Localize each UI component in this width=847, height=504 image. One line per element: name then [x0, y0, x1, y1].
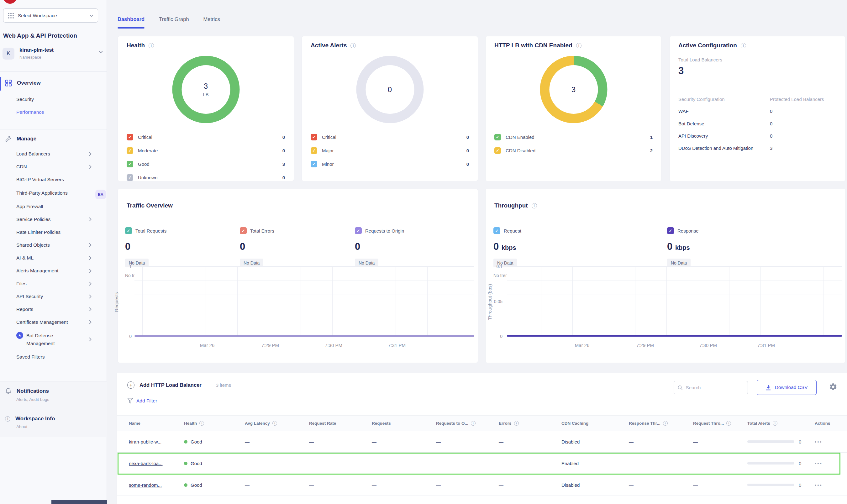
add-http-load-balancer-button[interactable]: + Add HTTP Load Balancer: [127, 381, 202, 389]
tab-metrics[interactable]: Metrics: [203, 16, 220, 29]
namespace-selector[interactable]: K kiran-plm-test Namespace: [2, 47, 103, 59]
row-actions-menu-icon[interactable]: •••: [815, 482, 823, 488]
product-title: Web App & API Protection: [3, 32, 77, 39]
info-icon[interactable]: i: [514, 421, 519, 426]
throughput-card: Throughputi ✓Request 0 kbps No Data No t…: [485, 189, 846, 363]
sidebar-item-ai-ml[interactable]: AI & ML: [16, 251, 98, 264]
sidebar-item-load-balancers[interactable]: Load Balancers: [16, 147, 98, 160]
col-cdn-caching: CDN Caching: [561, 421, 629, 426]
checkbox-cdn-disabled[interactable]: ✓: [494, 147, 501, 154]
manage-heading-label: Manage: [17, 136, 36, 142]
table-row: kiran-public-w... Good — — — — — Disable…: [117, 431, 847, 453]
app-root: Select Workspace Web App & API Protectio…: [0, 0, 847, 504]
col-avg-latency: Avg Latencyi: [245, 421, 309, 426]
lb-name-link[interactable]: kiran-public-w...: [129, 439, 161, 445]
sidebar-item-bigip-virtual-servers[interactable]: BIG-IP Virtual Servers: [16, 173, 98, 186]
sidebar-item-performance[interactable]: Performance: [16, 106, 98, 119]
sidebar-item-shared-objects[interactable]: Shared Objects: [16, 238, 98, 251]
info-icon[interactable]: i: [726, 421, 731, 426]
checkbox-major[interactable]: ✓: [311, 147, 317, 154]
sidebar-item-alerts-management[interactable]: Alerts Management: [16, 264, 98, 277]
active-alerts-donut-value: 0: [388, 85, 392, 94]
config-row-label: API Discovery: [678, 133, 708, 139]
chevron-right-icon: [89, 217, 92, 221]
cdn-donut-chart: 3: [540, 56, 607, 123]
info-icon[interactable]: i: [531, 203, 537, 209]
checkbox-critical[interactable]: ✓: [311, 134, 317, 140]
info-icon[interactable]: i: [663, 421, 668, 426]
checkbox-minor[interactable]: ✓: [311, 161, 317, 167]
sidebar-item-files[interactable]: Files: [16, 277, 98, 290]
sidebar-item-service-policies[interactable]: Service Policies: [16, 213, 98, 226]
add-filter-button[interactable]: Add Filter: [127, 398, 157, 404]
sidebar-item-bot-defense-management[interactable]: ★ Bot Defense Management: [16, 328, 98, 350]
checkbox-good[interactable]: ✓: [127, 161, 133, 167]
info-icon[interactable]: i: [471, 421, 475, 426]
lb-name-link[interactable]: nexa-bank-loa...: [129, 461, 163, 466]
wrench-icon: [5, 136, 12, 142]
protected-lb-column: Protected Load Balancers: [770, 96, 824, 102]
sidebar-item-saved-filters[interactable]: Saved Filters: [16, 350, 98, 363]
chevron-right-icon: [89, 294, 92, 299]
sidebar-item-reports[interactable]: Reports: [16, 303, 98, 316]
checkbox-response[interactable]: ✓: [667, 227, 674, 234]
sidebar-item-api-security[interactable]: API Security: [16, 290, 98, 303]
col-request-rate: Request Rate: [309, 421, 372, 426]
alerts-progress-bar: [747, 462, 794, 465]
workspace-selector[interactable]: Select Workspace: [3, 8, 98, 22]
info-icon[interactable]: i: [773, 421, 777, 426]
info-icon[interactable]: i: [199, 421, 204, 426]
checkbox-requests-to-origin[interactable]: ✓: [355, 227, 362, 234]
chevron-right-icon: [89, 243, 92, 247]
health-card: Healthi 3LB ✓Critical0 ✓Moderate0 ✓Good3…: [118, 36, 294, 181]
info-icon[interactable]: i: [576, 43, 581, 48]
info-icon[interactable]: i: [741, 43, 746, 48]
lb-name-link[interactable]: some-random...: [129, 482, 162, 488]
chevron-right-icon: [89, 152, 92, 156]
info-icon[interactable]: i: [272, 421, 277, 426]
sidebar-item-security[interactable]: Security: [16, 93, 98, 106]
tab-dashboard[interactable]: Dashboard: [118, 16, 145, 29]
row-actions-menu-icon[interactable]: •••: [815, 461, 823, 466]
tab-traffic-graph[interactable]: Traffic Graph: [159, 16, 189, 29]
table-settings-gear-icon[interactable]: [829, 383, 837, 391]
cdn-enabled-card: HTTP LB with CDN Enabledi 3 ✓CDN Enabled…: [485, 36, 662, 181]
checkbox-total-requests[interactable]: ✓: [125, 227, 132, 234]
checkbox-moderate[interactable]: ✓: [127, 147, 133, 154]
download-csv-button[interactable]: Download CSV: [757, 380, 816, 395]
x-tick: Mar 26: [200, 343, 215, 348]
traffic-overview-card: Traffic Overview ✓Total Requests 0 No Da…: [118, 189, 478, 363]
sidebar-section-workspace-info[interactable]: i Workspace Info About: [0, 409, 107, 437]
search-icon: [678, 385, 683, 391]
row-actions-menu-icon[interactable]: •••: [815, 439, 823, 445]
search-input[interactable]: [686, 385, 744, 390]
x-tick: 7:30 PM: [699, 343, 717, 348]
chevron-right-icon: [89, 307, 92, 311]
legend-item-critical: ✓Critical0: [311, 130, 469, 144]
checkbox-unknown[interactable]: ✓: [127, 174, 133, 181]
checkbox-total-errors[interactable]: ✓: [240, 227, 247, 234]
checkbox-request[interactable]: ✓: [493, 227, 500, 234]
sidebar-overview-heading[interactable]: Overview: [0, 78, 107, 88]
sidebar-item-rate-limiter-policies[interactable]: Rate Limiter Policies: [16, 226, 98, 238]
active-section-bar: [0, 77, 1, 91]
info-icon[interactable]: i: [149, 43, 154, 48]
checkbox-critical[interactable]: ✓: [127, 134, 133, 140]
sidebar-item-cdn[interactable]: CDN: [16, 160, 98, 173]
sidebar-section-notifications[interactable]: Notifications Alerts, Audit Logs: [0, 381, 107, 409]
x-tick: 7:29 PM: [262, 343, 279, 348]
info-icon[interactable]: i: [350, 43, 356, 48]
divider: [0, 129, 107, 129]
alerts-progress-bar: [747, 484, 794, 486]
sidebar-item-app-firewall[interactable]: App Firewall: [16, 200, 98, 213]
items-count: 3 items: [216, 382, 231, 388]
legend-item-minor: ✓Minor0: [311, 157, 469, 171]
sidebar-item-certificate-management[interactable]: Certificate Management: [16, 316, 98, 328]
workspace-selector-label: Select Workspace: [18, 13, 86, 18]
col-health: Healthi: [184, 421, 245, 426]
f5-logo: [3, 0, 17, 4]
security-configuration-column: Security Configuration: [678, 96, 725, 102]
sidebar-item-third-party-applications[interactable]: Third-Party ApplicationsEA: [16, 186, 88, 200]
checkbox-cdn-enabled[interactable]: ✓: [494, 134, 501, 140]
search-input-container[interactable]: [674, 381, 748, 394]
